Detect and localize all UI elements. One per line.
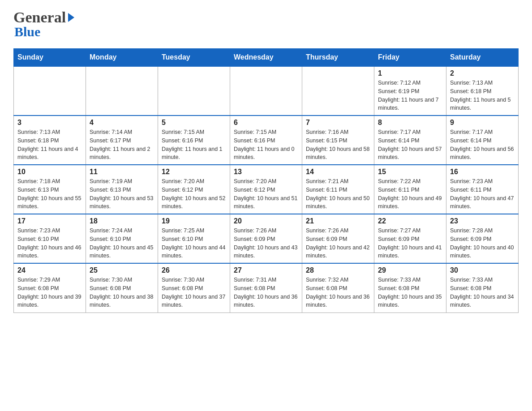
day-info: Sunrise: 7:24 AMSunset: 6:10 PMDaylight:…	[90, 227, 154, 260]
calendar-day-cell: 16Sunrise: 7:23 AMSunset: 6:11 PMDayligh…	[446, 165, 519, 214]
day-info: Sunrise: 7:23 AMSunset: 6:11 PMDaylight:…	[450, 177, 515, 211]
weekday-header-sunday: Sunday	[14, 49, 86, 67]
day-info: Sunrise: 7:30 AMSunset: 6:08 PMDaylight:…	[90, 276, 154, 309]
day-number: 10	[17, 168, 82, 176]
day-info: Sunrise: 7:21 AMSunset: 6:11 PMDaylight:…	[306, 177, 370, 211]
day-number: 24	[17, 266, 82, 274]
day-info: Sunrise: 7:15 AMSunset: 6:16 PMDaylight:…	[162, 128, 226, 162]
day-number: 18	[90, 217, 154, 225]
day-number: 22	[378, 217, 442, 225]
calendar-day-cell: 5Sunrise: 7:15 AMSunset: 6:16 PMDaylight…	[158, 116, 230, 165]
day-info: Sunrise: 7:30 AMSunset: 6:08 PMDaylight:…	[162, 276, 226, 309]
calendar-day-cell	[302, 66, 374, 116]
calendar-day-cell: 13Sunrise: 7:20 AMSunset: 6:12 PMDayligh…	[230, 165, 302, 214]
calendar-day-cell: 23Sunrise: 7:28 AMSunset: 6:09 PMDayligh…	[446, 214, 519, 263]
calendar-day-cell	[230, 66, 302, 116]
day-info: Sunrise: 7:20 AMSunset: 6:12 PMDaylight:…	[162, 177, 226, 211]
day-number: 5	[162, 119, 226, 127]
day-info: Sunrise: 7:18 AMSunset: 6:13 PMDaylight:…	[17, 177, 82, 211]
calendar-day-cell: 14Sunrise: 7:21 AMSunset: 6:11 PMDayligh…	[302, 165, 374, 214]
day-info: Sunrise: 7:25 AMSunset: 6:10 PMDaylight:…	[162, 227, 226, 260]
calendar-day-cell: 30Sunrise: 7:33 AMSunset: 6:08 PMDayligh…	[446, 263, 519, 313]
weekday-header-row: SundayMondayTuesdayWednesdayThursdayFrid…	[14, 49, 519, 67]
day-number: 28	[306, 266, 370, 274]
day-info: Sunrise: 7:26 AMSunset: 6:09 PMDaylight:…	[234, 227, 298, 260]
calendar-day-cell	[158, 66, 230, 116]
day-info: Sunrise: 7:33 AMSunset: 6:08 PMDaylight:…	[450, 276, 515, 309]
logo: General Blue	[13, 9, 74, 39]
day-info: Sunrise: 7:16 AMSunset: 6:15 PMDaylight:…	[306, 128, 370, 162]
day-info: Sunrise: 7:19 AMSunset: 6:13 PMDaylight:…	[90, 177, 154, 211]
day-number: 12	[162, 168, 226, 176]
day-info: Sunrise: 7:22 AMSunset: 6:11 PMDaylight:…	[378, 177, 442, 211]
calendar-day-cell: 24Sunrise: 7:29 AMSunset: 6:08 PMDayligh…	[14, 263, 86, 313]
calendar-day-cell: 10Sunrise: 7:18 AMSunset: 6:13 PMDayligh…	[14, 165, 86, 214]
calendar-day-cell: 18Sunrise: 7:24 AMSunset: 6:10 PMDayligh…	[86, 214, 158, 263]
day-number: 11	[90, 168, 154, 176]
day-number: 9	[450, 119, 515, 127]
day-number: 19	[162, 217, 226, 225]
day-number: 29	[378, 266, 442, 274]
day-info: Sunrise: 7:28 AMSunset: 6:09 PMDaylight:…	[450, 227, 515, 260]
day-info: Sunrise: 7:17 AMSunset: 6:14 PMDaylight:…	[378, 128, 442, 162]
calendar-day-cell: 11Sunrise: 7:19 AMSunset: 6:13 PMDayligh…	[86, 165, 158, 214]
day-number: 3	[17, 119, 82, 127]
calendar-day-cell: 9Sunrise: 7:17 AMSunset: 6:14 PMDaylight…	[446, 116, 519, 165]
calendar-day-cell: 2Sunrise: 7:13 AMSunset: 6:18 PMDaylight…	[446, 66, 519, 116]
day-info: Sunrise: 7:27 AMSunset: 6:09 PMDaylight:…	[378, 227, 442, 260]
calendar-day-cell: 4Sunrise: 7:14 AMSunset: 6:17 PMDaylight…	[86, 116, 158, 165]
day-info: Sunrise: 7:23 AMSunset: 6:10 PMDaylight:…	[17, 227, 82, 260]
calendar-day-cell: 7Sunrise: 7:16 AMSunset: 6:15 PMDaylight…	[302, 116, 374, 165]
calendar-day-cell: 26Sunrise: 7:30 AMSunset: 6:08 PMDayligh…	[158, 263, 230, 313]
calendar-day-cell: 15Sunrise: 7:22 AMSunset: 6:11 PMDayligh…	[374, 165, 446, 214]
day-number: 6	[234, 119, 298, 127]
calendar-day-cell: 19Sunrise: 7:25 AMSunset: 6:10 PMDayligh…	[158, 214, 230, 263]
day-info: Sunrise: 7:13 AMSunset: 6:18 PMDaylight:…	[17, 128, 82, 162]
day-info: Sunrise: 7:29 AMSunset: 6:08 PMDaylight:…	[17, 276, 82, 309]
calendar-day-cell: 22Sunrise: 7:27 AMSunset: 6:09 PMDayligh…	[374, 214, 446, 263]
calendar-day-cell: 27Sunrise: 7:31 AMSunset: 6:08 PMDayligh…	[230, 263, 302, 313]
calendar-day-cell	[86, 66, 158, 116]
day-number: 20	[234, 217, 298, 225]
day-number: 4	[90, 119, 154, 127]
logo-general: General	[13, 9, 66, 26]
calendar-week-row: 10Sunrise: 7:18 AMSunset: 6:13 PMDayligh…	[14, 165, 519, 214]
calendar-week-row: 17Sunrise: 7:23 AMSunset: 6:10 PMDayligh…	[14, 214, 519, 263]
calendar-day-cell: 25Sunrise: 7:30 AMSunset: 6:08 PMDayligh…	[86, 263, 158, 313]
day-number: 13	[234, 168, 298, 176]
day-number: 26	[162, 266, 226, 274]
weekday-header-wednesday: Wednesday	[230, 49, 302, 67]
day-info: Sunrise: 7:20 AMSunset: 6:12 PMDaylight:…	[234, 177, 298, 211]
calendar-day-cell: 12Sunrise: 7:20 AMSunset: 6:12 PMDayligh…	[158, 165, 230, 214]
calendar-day-cell: 8Sunrise: 7:17 AMSunset: 6:14 PMDaylight…	[374, 116, 446, 165]
day-info: Sunrise: 7:13 AMSunset: 6:18 PMDaylight:…	[450, 79, 515, 112]
day-number: 2	[450, 69, 515, 77]
day-info: Sunrise: 7:14 AMSunset: 6:17 PMDaylight:…	[90, 128, 154, 162]
day-number: 27	[234, 266, 298, 274]
day-info: Sunrise: 7:12 AMSunset: 6:19 PMDaylight:…	[378, 79, 442, 112]
calendar-week-row: 24Sunrise: 7:29 AMSunset: 6:08 PMDayligh…	[14, 263, 519, 313]
day-info: Sunrise: 7:15 AMSunset: 6:16 PMDaylight:…	[234, 128, 298, 162]
weekday-header-monday: Monday	[86, 49, 158, 67]
calendar-day-cell: 3Sunrise: 7:13 AMSunset: 6:18 PMDaylight…	[14, 116, 86, 165]
calendar-week-row: 1Sunrise: 7:12 AMSunset: 6:19 PMDaylight…	[14, 66, 519, 116]
day-info: Sunrise: 7:31 AMSunset: 6:08 PMDaylight:…	[234, 276, 298, 309]
weekday-header-thursday: Thursday	[302, 49, 374, 67]
logo-blue: Blue	[14, 24, 40, 39]
day-info: Sunrise: 7:32 AMSunset: 6:08 PMDaylight:…	[306, 276, 370, 309]
calendar-table: SundayMondayTuesdayWednesdayThursdayFrid…	[13, 48, 519, 313]
logo-arrow-icon	[68, 13, 74, 22]
calendar-day-cell: 28Sunrise: 7:32 AMSunset: 6:08 PMDayligh…	[302, 263, 374, 313]
calendar-day-cell: 1Sunrise: 7:12 AMSunset: 6:19 PMDaylight…	[374, 66, 446, 116]
day-number: 15	[378, 168, 442, 176]
weekday-header-saturday: Saturday	[446, 49, 519, 67]
day-info: Sunrise: 7:26 AMSunset: 6:09 PMDaylight:…	[306, 227, 370, 260]
calendar-day-cell: 21Sunrise: 7:26 AMSunset: 6:09 PMDayligh…	[302, 214, 374, 263]
weekday-header-tuesday: Tuesday	[158, 49, 230, 67]
day-number: 30	[450, 266, 515, 274]
day-info: Sunrise: 7:33 AMSunset: 6:08 PMDaylight:…	[378, 276, 442, 309]
calendar-day-cell: 6Sunrise: 7:15 AMSunset: 6:16 PMDaylight…	[230, 116, 302, 165]
day-number: 23	[450, 217, 515, 225]
page-header: General Blue	[13, 9, 519, 39]
day-number: 1	[378, 69, 442, 77]
